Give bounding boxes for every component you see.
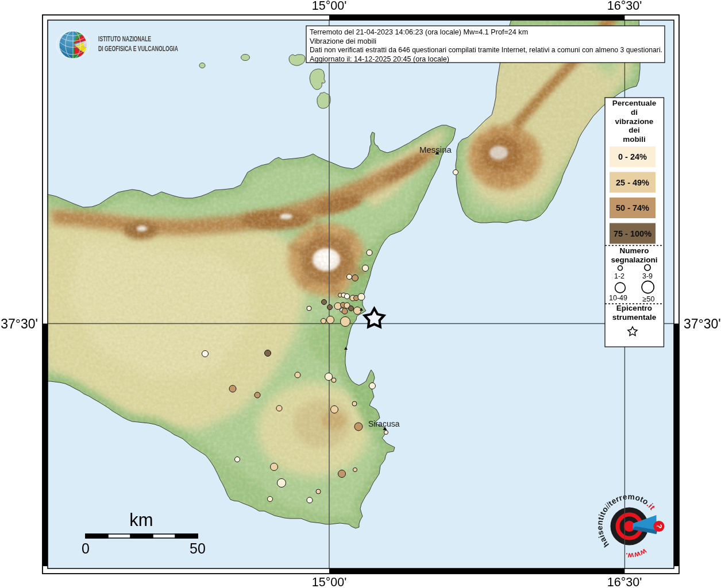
svg-text:10-49: 10-49 (609, 294, 627, 302)
svg-text:37°30': 37°30' (684, 316, 721, 331)
svg-text:16°30': 16°30' (607, 575, 642, 588)
svg-text:Dati non verificati estratti d: Dati non verificati estratti da 646 ques… (310, 46, 662, 54)
svg-text:Numero: Numero (619, 246, 649, 255)
svg-text:segnalazioni: segnalazioni (611, 256, 657, 264)
svg-text:?: ? (655, 524, 664, 529)
svg-text:25 - 49%: 25 - 49% (616, 178, 649, 187)
svg-text:75 - 100%: 75 - 100% (614, 229, 651, 238)
svg-text:mobili: mobili (623, 135, 646, 144)
svg-text:Epicentro: Epicentro (616, 304, 652, 312)
svg-text:dei: dei (629, 126, 640, 134)
svg-text:0: 0 (82, 540, 90, 556)
svg-text:Siracusa: Siracusa (368, 419, 400, 428)
svg-text:0 - 24%: 0 - 24% (618, 152, 647, 161)
svg-text:Aggiornato il: 14-12-2025 20:4: Aggiornato il: 14-12-2025 20:45 (ora loc… (310, 55, 449, 63)
svg-text:ISTITUTO NAZIONALE: ISTITUTO NAZIONALE (98, 34, 151, 42)
svg-text:1-2: 1-2 (614, 272, 624, 280)
svg-text:15°00': 15°00' (312, 0, 347, 13)
svg-text:≥50: ≥50 (643, 295, 655, 303)
svg-text:vibrazione: vibrazione (615, 117, 654, 126)
svg-text:Percentuale: Percentuale (612, 99, 657, 107)
svg-text:37°30': 37°30' (1, 316, 38, 331)
svg-text:50 - 74%: 50 - 74% (616, 203, 649, 212)
svg-text:50: 50 (190, 540, 206, 556)
svg-text:3-9: 3-9 (642, 272, 653, 280)
svg-text:16°30': 16°30' (607, 0, 642, 13)
svg-text:strumentale: strumentale (612, 313, 657, 322)
svg-text:DI GEOFISICA E VULCANOLOGIA: DI GEOFISICA E VULCANOLOGIA (98, 44, 178, 52)
svg-text:Terremoto del 21-04-2023 14:06: Terremoto del 21-04-2023 14:06:23 (ora l… (310, 28, 528, 36)
svg-text:km: km (129, 510, 153, 530)
svg-text:15°00': 15°00' (312, 575, 347, 588)
svg-text:di: di (631, 108, 638, 117)
svg-text:Messina: Messina (419, 145, 452, 154)
svg-text:Vibrazione dei mobili: Vibrazione dei mobili (310, 37, 376, 45)
